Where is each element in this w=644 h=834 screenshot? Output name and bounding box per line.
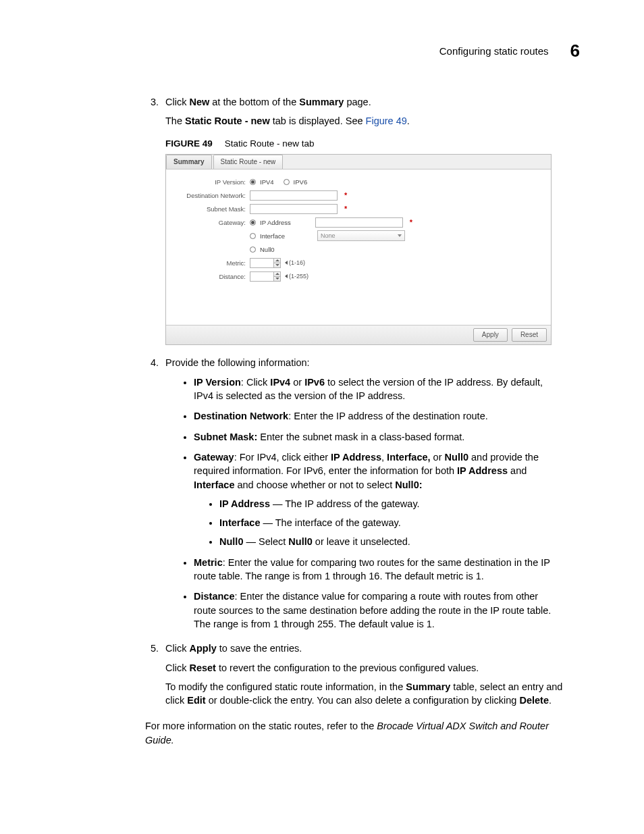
apply-button[interactable]: Apply (473, 328, 508, 342)
spinner-distance[interactable] (250, 271, 281, 282)
radio-gw-ip-label: IP Address (260, 218, 291, 227)
radio-gw-null0-label: Null0 (260, 245, 275, 254)
ref-reset: Reset (189, 662, 216, 673)
step-4-bullets: IP Version: Click IPv4 or IPv6 to select… (165, 375, 563, 631)
sub-interface: Interface — The interface of the gateway… (219, 516, 563, 529)
radio-gw-null0[interactable] (250, 246, 256, 253)
radio-ipv4-label: IPV4 (260, 178, 274, 186)
radio-ipv6[interactable] (284, 179, 290, 185)
required-icon: * (344, 204, 347, 214)
radio-ipv4[interactable] (250, 179, 256, 185)
step-4: 4. Provide the following information: IP… (145, 356, 563, 637)
label-metric: Metric: (176, 259, 250, 267)
label-ip-version: IP Version: (176, 178, 250, 186)
step-number: 5. (145, 642, 159, 712)
select-interface[interactable]: None (317, 230, 405, 241)
input-distance[interactable] (250, 271, 274, 282)
header-chapter-number: 6 (570, 41, 580, 61)
radio-gw-ip[interactable] (250, 219, 256, 226)
spinner-down-icon[interactable] (274, 276, 281, 282)
ref-summary-table: Summary (406, 681, 450, 692)
spinner-up-icon[interactable] (274, 271, 281, 276)
step-5: 5. Click Apply to save the entries. Clic… (145, 642, 563, 712)
chevron-down-icon (398, 234, 402, 237)
page: Configuring static routes 6 3. Click New… (0, 0, 644, 834)
tab-static-route-new[interactable]: Static Route - new (213, 155, 284, 169)
bullet-subnet-mask: Subnet Mask: Enter the subnet mask in a … (194, 430, 563, 444)
step-3: 3. Click New at the bottom of the Summar… (145, 95, 563, 352)
header-section-title: Configuring static routes (439, 45, 549, 57)
select-interface-value: None (321, 232, 336, 240)
step-4-intro: Provide the following information: (165, 356, 563, 369)
figure-label: FIGURE 49 (165, 138, 213, 149)
ref-apply: Apply (189, 643, 216, 654)
ref-delete: Delete (519, 695, 549, 706)
label-distance: Distance: (176, 272, 250, 281)
ref-new: New (189, 97, 209, 107)
gateway-sublist: IP Address — The IP address of the gatew… (194, 497, 563, 549)
bullet-destination-network: Destination Network: Enter the IP addres… (194, 409, 563, 423)
step-5-line-3: To modify the configured static route in… (165, 680, 563, 708)
required-icon: * (344, 190, 347, 201)
sub-null0: Null0 — Select Null0 or leave it unselec… (219, 535, 563, 548)
step-5-line-1: Click Apply to save the entries. (165, 642, 563, 655)
shot-tabs: Summary Static Route - new (166, 155, 551, 170)
required-icon: * (410, 217, 412, 228)
step-number: 3. (145, 95, 159, 352)
radio-gw-interface[interactable] (250, 233, 256, 239)
radio-ipv6-label: IPV6 (294, 178, 308, 186)
input-metric[interactable] (250, 258, 274, 268)
bullet-metric: Metric: Enter the value for comparing tw… (194, 556, 563, 583)
radio-gw-interface-label: Interface (260, 232, 285, 240)
bullet-distance: Distance: Enter the distance value for c… (194, 590, 563, 631)
label-destination-network: Destination Network: (176, 191, 250, 200)
ref-summary: Summary (299, 97, 344, 107)
step-3-line-1: Click New at the bottom of the Summary p… (165, 95, 563, 109)
bullet-gateway: Gateway: For IPv4, click either IP Addre… (194, 450, 563, 549)
input-destination-network[interactable] (250, 190, 338, 201)
step-5-line-2: Click Reset to revert the configuration … (165, 661, 563, 675)
hint-caret-icon (285, 274, 288, 278)
distance-range-hint: (1-255) (285, 272, 308, 281)
label-gateway: Gateway: (176, 218, 250, 227)
bullet-ip-version: IP Version: Click IPv4 or IPv6 to select… (194, 375, 563, 403)
input-subnet-mask[interactable] (250, 204, 338, 214)
content: 3. Click New at the bottom of the Summar… (145, 95, 563, 712)
spinner-metric[interactable] (250, 258, 281, 268)
shot-form: IP Version: IPV4 IPV6 Destination Networ… (166, 170, 551, 325)
metric-range-hint: (1-16) (285, 259, 305, 267)
ref-tab-name: Static Route - new (185, 115, 270, 126)
shot-footer: Apply Reset (166, 325, 551, 344)
ref-edit: Edit (187, 695, 205, 706)
spinner-up-icon[interactable] (274, 258, 281, 263)
reset-button[interactable]: Reset (512, 328, 547, 342)
screenshot-static-route-new: Summary Static Route - new IP Version: I… (165, 154, 552, 345)
figure-title: Static Route - new tab (225, 138, 315, 149)
step-3-line-2: The Static Route - new tab is displayed.… (165, 114, 563, 128)
input-gateway-ip[interactable] (315, 217, 403, 228)
outro-paragraph: For more information on the static route… (145, 719, 563, 747)
hint-caret-icon (285, 261, 288, 265)
xref-figure-49[interactable]: Figure 49 (366, 115, 407, 126)
step-number: 4. (145, 356, 159, 637)
label-subnet-mask: Subnet Mask: (176, 205, 250, 213)
spinner-down-icon[interactable] (274, 263, 281, 268)
figure-caption: FIGURE 49Static Route - new tab (165, 138, 563, 151)
sub-ip-address: IP Address — The IP address of the gatew… (219, 497, 563, 511)
tab-summary[interactable]: Summary (166, 155, 212, 169)
page-header: Configuring static routes 6 (64, 41, 580, 61)
